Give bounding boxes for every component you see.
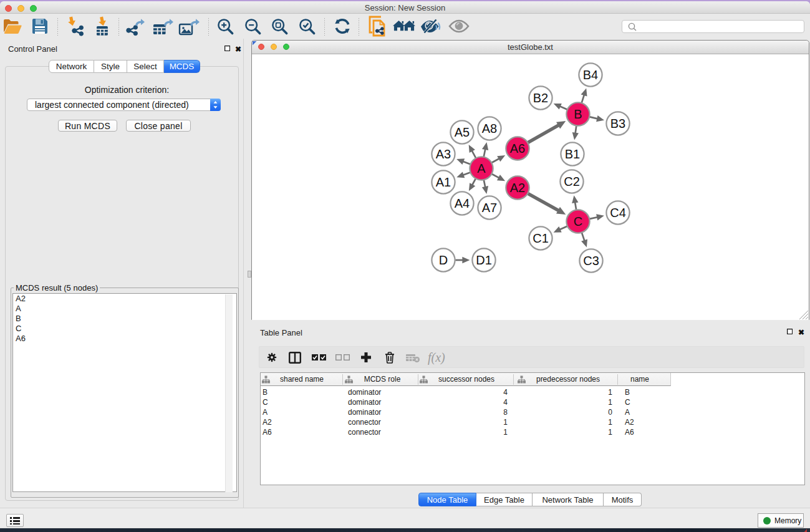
svg-text:A5: A5: [455, 125, 470, 139]
svg-text:D: D: [439, 253, 448, 267]
svg-text:D1: D1: [476, 253, 492, 267]
svg-text:C2: C2: [564, 175, 580, 188]
svg-text:C1: C1: [533, 231, 549, 245]
svg-text:A1: A1: [436, 175, 451, 189]
svg-text:B1: B1: [565, 147, 580, 161]
svg-text:A8: A8: [482, 122, 497, 135]
svg-text:A: A: [477, 162, 486, 175]
svg-text:C: C: [574, 215, 582, 228]
svg-text:A3: A3: [436, 147, 451, 161]
svg-text:A6: A6: [510, 142, 525, 155]
svg-text:B: B: [574, 107, 582, 121]
svg-text:B4: B4: [583, 68, 598, 82]
svg-text:A7: A7: [482, 201, 497, 215]
svg-text:A4: A4: [455, 196, 470, 210]
svg-text:C4: C4: [610, 206, 626, 220]
svg-text:B2: B2: [533, 91, 548, 105]
svg-text:C3: C3: [583, 254, 599, 268]
svg-text:B3: B3: [610, 117, 625, 130]
svg-text:A2: A2: [510, 181, 525, 195]
